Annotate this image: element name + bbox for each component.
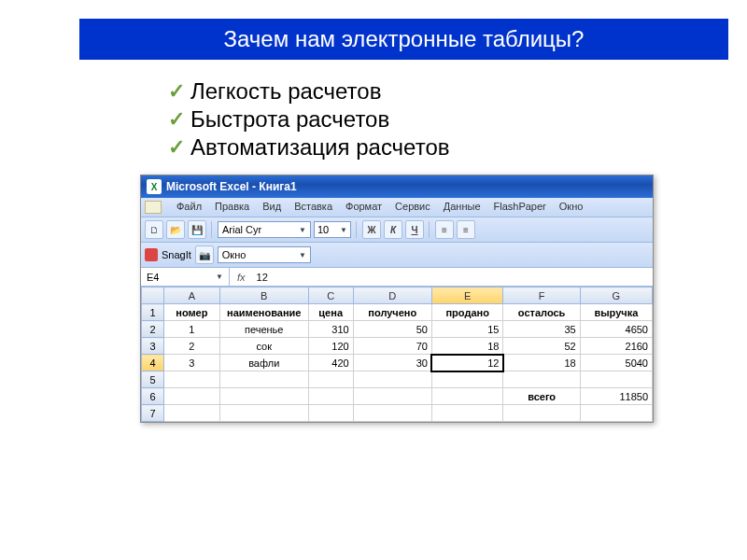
col-header-c[interactable]: C [308, 287, 353, 304]
cell[interactable]: 52 [503, 338, 580, 355]
cell[interactable]: 5040 [580, 355, 652, 371]
row-header[interactable]: 2 [142, 321, 164, 338]
slide-title: Зачем нам электронные таблицы? [79, 19, 728, 60]
cell[interactable]: 4650 [580, 321, 652, 338]
cell[interactable]: выручка [580, 304, 652, 321]
underline-button[interactable]: Ч [405, 220, 424, 239]
align-center-icon[interactable]: ≡ [457, 220, 475, 239]
cell[interactable]: 18 [431, 338, 503, 355]
cell[interactable] [503, 405, 580, 422]
menu-file[interactable]: Файл [176, 201, 202, 214]
cell[interactable] [431, 405, 503, 422]
cell[interactable]: вафли [219, 355, 308, 371]
cell[interactable]: 1 [164, 321, 220, 338]
cell[interactable] [353, 371, 431, 388]
window-titlebar: X Microsoft Excel - Книга1 [141, 175, 653, 198]
bullet-text: Автоматизация расчетов [190, 134, 450, 161]
menu-view[interactable]: Вид [262, 201, 281, 214]
cell[interactable] [219, 405, 308, 422]
cell[interactable]: 120 [308, 338, 353, 355]
cell[interactable]: 15 [431, 321, 503, 338]
cell[interactable] [431, 388, 503, 405]
menu-tools[interactable]: Сервис [395, 201, 430, 214]
col-header-f[interactable]: F [503, 287, 580, 304]
new-doc-icon[interactable]: 🗋 [145, 220, 163, 239]
font-size-selector[interactable]: 10▼ [314, 221, 351, 238]
check-icon: ✓ [168, 135, 185, 160]
cell[interactable]: 30 [353, 355, 431, 371]
align-left-icon[interactable]: ≡ [435, 220, 454, 239]
menu-data[interactable]: Данные [444, 201, 481, 214]
cell[interactable] [164, 371, 220, 388]
chevron-down-icon: ▼ [216, 273, 223, 281]
column-headers: A B C D E F G [142, 287, 653, 304]
cell[interactable]: 50 [353, 321, 431, 338]
col-header-g[interactable]: G [580, 287, 652, 304]
cell[interactable]: получено [353, 304, 431, 321]
fx-label[interactable]: fx [230, 272, 253, 283]
cell[interactable] [219, 371, 308, 388]
cell[interactable]: осталось [503, 304, 580, 321]
separator [429, 221, 430, 238]
cell[interactable] [308, 388, 353, 405]
bullet-item: ✓Легкость расчетов [168, 78, 747, 105]
cell[interactable]: сок [219, 338, 308, 355]
col-header-e[interactable]: E [431, 287, 503, 304]
menu-flashpaper[interactable]: FlashPaper [494, 201, 546, 214]
cell[interactable] [580, 371, 652, 388]
cell[interactable] [308, 405, 353, 422]
cell[interactable] [308, 371, 353, 388]
excel-window: X Microsoft Excel - Книга1 Файл Правка В… [140, 175, 654, 423]
cell[interactable] [353, 388, 431, 405]
menu-edit[interactable]: Правка [215, 201, 249, 214]
cell[interactable]: 70 [353, 338, 431, 355]
cell[interactable] [353, 405, 431, 422]
cell[interactable]: 420 [308, 355, 353, 371]
italic-button[interactable]: К [384, 220, 402, 239]
row-header[interactable]: 1 [142, 304, 164, 321]
menu-insert[interactable]: Вставка [294, 201, 332, 214]
menu-window[interactable]: Окно [559, 201, 584, 214]
row-header[interactable]: 6 [142, 388, 164, 405]
cell[interactable]: 35 [503, 321, 580, 338]
cell[interactable] [431, 371, 503, 388]
cell[interactable]: всего [503, 388, 580, 405]
cell[interactable] [219, 388, 308, 405]
menu-format[interactable]: Формат [345, 201, 382, 214]
open-icon[interactable]: 📂 [166, 220, 185, 239]
row-header[interactable]: 5 [142, 371, 164, 388]
cell[interactable]: продано [431, 304, 503, 321]
col-header-d[interactable]: D [353, 287, 431, 304]
cell[interactable]: 2160 [580, 338, 652, 355]
cell[interactable]: 18 [503, 355, 580, 371]
chevron-down-icon: ▼ [299, 226, 306, 234]
cell[interactable]: 2 [164, 338, 220, 355]
cell[interactable] [164, 405, 220, 422]
save-icon[interactable]: 💾 [188, 220, 206, 239]
col-header-a[interactable]: A [164, 287, 220, 304]
selected-cell[interactable]: 12 [431, 355, 503, 371]
font-selector[interactable]: Arial Cyr▼ [218, 221, 311, 238]
cell[interactable]: цена [308, 304, 353, 321]
row-header[interactable]: 7 [142, 405, 164, 422]
cell[interactable]: наименование [219, 304, 308, 321]
cell[interactable]: 3 [164, 355, 220, 371]
cell[interactable]: печенье [219, 321, 308, 338]
cell[interactable]: 11850 [580, 388, 652, 405]
cell[interactable]: 310 [308, 321, 353, 338]
font-size: 10 [317, 224, 329, 235]
name-box[interactable]: E4▼ [141, 268, 230, 286]
snagit-window-dropdown[interactable]: Окно▼ [218, 246, 311, 263]
cell[interactable] [164, 388, 220, 405]
row-header[interactable]: 3 [142, 338, 164, 355]
cell[interactable]: номер [164, 304, 220, 321]
bold-button[interactable]: Ж [362, 220, 381, 239]
chevron-down-icon: ▼ [299, 251, 306, 259]
cell[interactable] [503, 371, 580, 388]
snagit-capture-icon[interactable]: 📷 [195, 245, 214, 264]
formula-value[interactable]: 12 [253, 272, 272, 283]
select-all-corner[interactable] [142, 287, 164, 304]
cell[interactable] [580, 405, 652, 422]
row-header[interactable]: 4 [142, 355, 164, 371]
col-header-b[interactable]: B [219, 287, 308, 304]
